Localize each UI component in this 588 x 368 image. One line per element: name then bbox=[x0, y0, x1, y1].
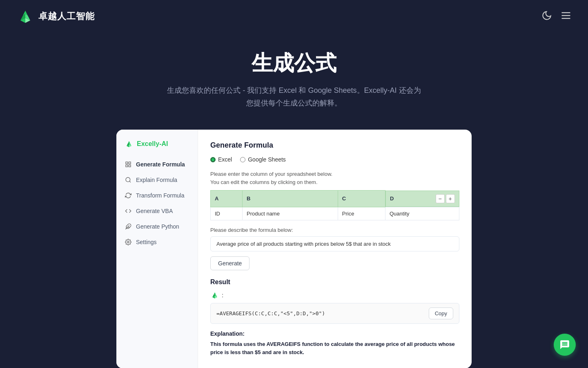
code-icon bbox=[125, 207, 132, 215]
hero-title: 生成公式 bbox=[0, 49, 588, 78]
radio-group: Excel Google Sheets bbox=[210, 156, 459, 163]
hamburger-menu-icon[interactable] bbox=[560, 10, 572, 23]
col-value-b[interactable]: Product name bbox=[243, 207, 338, 220]
sidebar-item-settings[interactable]: Settings bbox=[116, 234, 198, 250]
sidebar-logo-icon bbox=[125, 139, 134, 148]
sidebar-label-generate-formula: Generate Formula bbox=[136, 161, 185, 168]
col-header-d[interactable]: D − + bbox=[385, 191, 459, 207]
col-header-c[interactable]: C bbox=[338, 191, 385, 207]
chat-button[interactable] bbox=[554, 334, 576, 356]
logo-text: 卓越人工智能 bbox=[38, 10, 95, 22]
content-panel: Generate Formula Excel Google Sheets Ple… bbox=[198, 130, 472, 368]
section-title: Generate Formula bbox=[210, 141, 459, 150]
header-actions bbox=[541, 10, 572, 23]
grid-icon bbox=[125, 161, 132, 168]
table-row: ID Product name Price Quantity bbox=[211, 207, 459, 220]
col-header-a[interactable]: A bbox=[211, 191, 243, 207]
main-card: Excelly-AI Generate Formula Explain Form… bbox=[116, 130, 472, 368]
col-header-b[interactable]: B bbox=[243, 191, 338, 207]
sidebar-label-generate-vba: Generate VBA bbox=[136, 208, 173, 214]
sidebar-label-settings: Settings bbox=[136, 239, 157, 245]
sidebar-logo: Excelly-AI bbox=[116, 139, 198, 157]
svg-line-8 bbox=[129, 181, 131, 182]
moon-icon[interactable] bbox=[541, 10, 552, 22]
hero-section: 生成公式 生成您喜欢的任何公式 - 我们支持 Excel 和 Google Sh… bbox=[0, 33, 588, 121]
remove-col-button[interactable]: − bbox=[436, 194, 445, 203]
radio-excel[interactable]: Excel bbox=[210, 156, 232, 163]
result-logo-icon bbox=[210, 291, 219, 300]
spreadsheet-table: A B C D − + ID Product name Pr bbox=[210, 190, 459, 220]
radio-google-sheets-input[interactable] bbox=[240, 157, 245, 162]
sidebar-label-explain-formula: Explain Formula bbox=[136, 177, 177, 183]
result-title: Result bbox=[210, 278, 459, 286]
result-section: Result : =AVERAGEIFS(C:C,C:C,"<5",D:D,">… bbox=[210, 278, 459, 357]
header: 卓越人工智能 bbox=[0, 0, 588, 33]
describe-label: Please describe the formula below: bbox=[210, 227, 459, 233]
svg-point-11 bbox=[127, 241, 129, 243]
copy-button[interactable]: Copy bbox=[429, 307, 453, 319]
logo-area: 卓越人工智能 bbox=[16, 7, 95, 25]
sidebar-item-transform-formula[interactable]: Transform Formula bbox=[116, 188, 198, 203]
radio-google-sheets[interactable]: Google Sheets bbox=[240, 156, 286, 163]
sidebar-item-generate-vba[interactable]: Generate VBA bbox=[116, 203, 198, 219]
col-controls: − + bbox=[436, 194, 455, 203]
explanation-label: Explanation: bbox=[210, 330, 459, 337]
logo-icon bbox=[16, 7, 34, 25]
sidebar-label-generate-python: Generate Python bbox=[136, 223, 179, 230]
svg-rect-3 bbox=[126, 162, 128, 164]
radio-excel-input[interactable] bbox=[210, 157, 216, 162]
sidebar-item-generate-formula[interactable]: Generate Formula bbox=[116, 157, 198, 172]
result-colon: : bbox=[222, 292, 223, 298]
sidebar-label-transform-formula: Transform Formula bbox=[136, 192, 185, 199]
result-logo-row: : bbox=[210, 291, 459, 300]
search-icon bbox=[125, 176, 132, 184]
refresh-icon bbox=[125, 192, 132, 199]
column-instruction: Please enter the column of your spreadsh… bbox=[210, 170, 459, 186]
formula-input[interactable] bbox=[210, 236, 459, 251]
sidebar: Excelly-AI Generate Formula Explain Form… bbox=[116, 130, 198, 368]
svg-point-7 bbox=[126, 177, 130, 182]
col-value-a[interactable]: ID bbox=[211, 207, 243, 220]
sidebar-item-explain-formula[interactable]: Explain Formula bbox=[116, 172, 198, 188]
formula-result-box: =AVERAGEIFS(C:C,C:C,"<5",D:D,">0") Copy bbox=[210, 303, 459, 324]
generate-button[interactable]: Generate bbox=[210, 256, 249, 270]
formula-result-text: =AVERAGEIFS(C:C,C:C,"<5",D:D,">0") bbox=[216, 310, 325, 316]
svg-rect-6 bbox=[129, 165, 131, 167]
gear-icon bbox=[125, 238, 132, 246]
col-value-d[interactable]: Quantity bbox=[385, 207, 459, 220]
puzzle-icon bbox=[125, 223, 132, 230]
svg-rect-4 bbox=[129, 162, 131, 164]
sidebar-logo-text: Excelly-AI bbox=[137, 140, 168, 148]
add-col-button[interactable]: + bbox=[446, 194, 455, 203]
svg-rect-5 bbox=[126, 165, 128, 167]
col-value-c[interactable]: Price bbox=[338, 207, 385, 220]
hero-subtitle: 生成您喜欢的任何公式 - 我们支持 Excel 和 Google Sheets。… bbox=[0, 84, 588, 109]
sidebar-item-generate-python[interactable]: Generate Python bbox=[116, 219, 198, 234]
explanation-text: This formula uses the AVERAGEIFS functio… bbox=[210, 340, 459, 357]
